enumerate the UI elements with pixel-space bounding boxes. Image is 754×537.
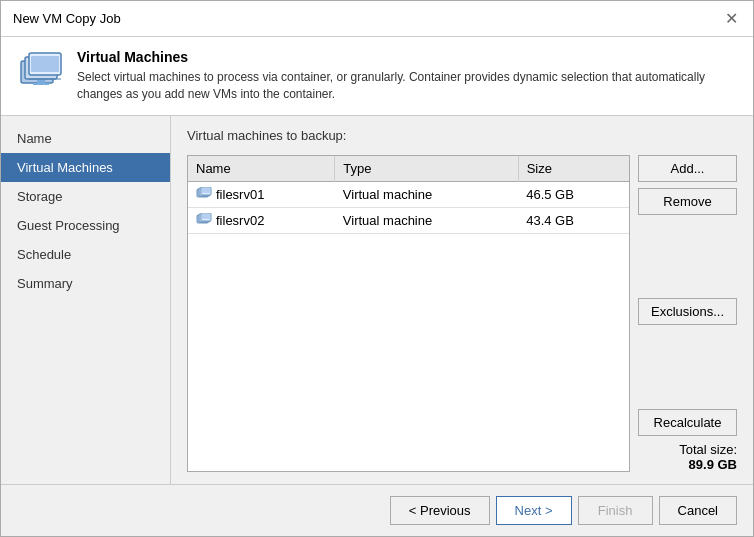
vm-table: Name Type Size xyxy=(188,156,629,234)
footer: < Previous Next > Finish Cancel xyxy=(1,484,753,536)
side-buttons: Add... Remove Exclusions... Recalculate … xyxy=(638,155,737,472)
main-content: Virtual machines to backup: Name Type Si… xyxy=(171,116,753,484)
remove-button[interactable]: Remove xyxy=(638,188,737,215)
col-header-name: Name xyxy=(188,156,335,182)
vm-table-container: Name Type Size xyxy=(187,155,630,472)
col-header-type: Type xyxy=(335,156,518,182)
total-size-display: Total size: 89.9 GB xyxy=(638,442,737,472)
svg-rect-10 xyxy=(202,188,210,193)
recalculate-button[interactable]: Recalculate xyxy=(638,409,737,436)
vm-area: Name Type Size xyxy=(187,155,737,472)
cell-name: filesrv01 xyxy=(188,181,335,207)
cell-type: Virtual machine xyxy=(335,181,518,207)
header-section: Virtual Machines Select virtual machines… xyxy=(1,37,753,116)
sidebar-item-schedule[interactable]: Schedule xyxy=(1,240,170,269)
svg-rect-3 xyxy=(31,56,59,72)
add-button[interactable]: Add... xyxy=(638,155,737,182)
previous-button[interactable]: < Previous xyxy=(390,496,490,525)
cell-size: 43.4 GB xyxy=(518,207,629,233)
header-title: Virtual Machines xyxy=(77,49,737,65)
header-text: Virtual Machines Select virtual machines… xyxy=(77,49,737,103)
cell-name-text: filesrv01 xyxy=(216,187,264,202)
total-size-label: Total size: xyxy=(638,442,737,457)
sidebar-item-storage[interactable]: Storage xyxy=(1,182,170,211)
sidebar-item-guest-processing[interactable]: Guest Processing xyxy=(1,211,170,240)
total-size-value: 89.9 GB xyxy=(638,457,737,472)
exclusions-button[interactable]: Exclusions... xyxy=(638,298,737,325)
dialog: New VM Copy Job ✕ Virtual Machines Selec… xyxy=(0,0,754,537)
title-bar: New VM Copy Job ✕ xyxy=(1,1,753,37)
header-description: Select virtual machines to process via c… xyxy=(77,69,737,103)
col-header-size: Size xyxy=(518,156,629,182)
svg-rect-14 xyxy=(202,214,210,219)
cancel-button[interactable]: Cancel xyxy=(659,496,737,525)
table-header-row: Name Type Size xyxy=(188,156,629,182)
dialog-title: New VM Copy Job xyxy=(13,11,121,26)
close-button[interactable]: ✕ xyxy=(721,9,741,29)
cell-name: filesrv02 xyxy=(188,207,335,233)
vm-row-icon xyxy=(196,187,212,201)
cell-type: Virtual machine xyxy=(335,207,518,233)
sidebar-item-summary[interactable]: Summary xyxy=(1,269,170,298)
table-row[interactable]: filesrv01 Virtual machine46.5 GB xyxy=(188,181,629,207)
next-button[interactable]: Next > xyxy=(496,496,572,525)
sidebar-item-name[interactable]: Name xyxy=(1,124,170,153)
finish-button[interactable]: Finish xyxy=(578,496,653,525)
vm-icon xyxy=(17,49,65,97)
cell-size: 46.5 GB xyxy=(518,181,629,207)
cell-name-text: filesrv02 xyxy=(216,213,264,228)
table-row[interactable]: filesrv02 Virtual machine43.4 GB xyxy=(188,207,629,233)
vm-row-icon xyxy=(196,213,212,227)
sidebar: Name Virtual Machines Storage Guest Proc… xyxy=(1,116,171,484)
svg-rect-6 xyxy=(33,83,49,85)
section-label: Virtual machines to backup: xyxy=(187,128,737,143)
svg-rect-5 xyxy=(37,80,45,83)
sidebar-item-virtual-machines[interactable]: Virtual Machines xyxy=(1,153,170,182)
content-area: Name Virtual Machines Storage Guest Proc… xyxy=(1,116,753,484)
